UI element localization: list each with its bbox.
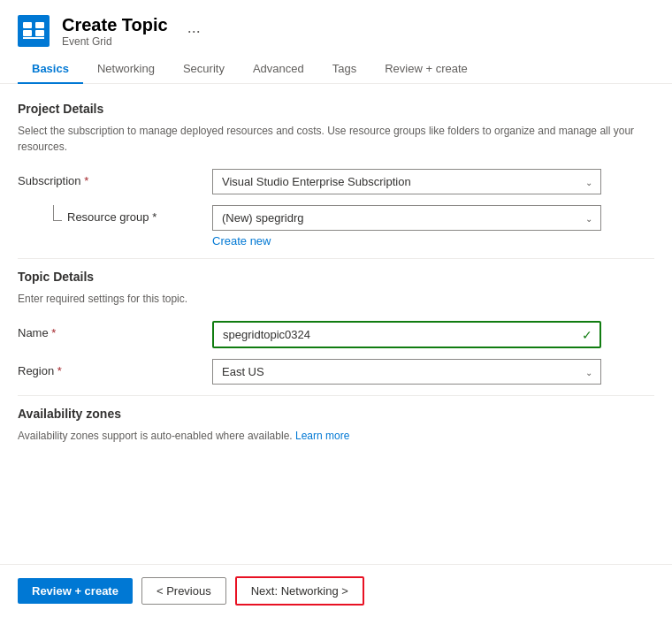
resource-group-chevron-icon: ⌄ xyxy=(585,213,592,223)
create-new-link[interactable]: Create new xyxy=(212,234,271,248)
tab-bar: Basics Networking Security Advanced Tags… xyxy=(0,55,672,84)
previous-button[interactable]: < Previous xyxy=(141,577,226,605)
svg-rect-3 xyxy=(35,22,44,28)
subscription-row: Subscription * Visual Studio Enterprise … xyxy=(18,169,654,194)
learn-more-link[interactable]: Learn more xyxy=(295,430,349,442)
subscription-field: Visual Studio Enterprise Subscription ⌄ xyxy=(212,169,654,194)
main-content: Project Details Select the subscription … xyxy=(0,84,672,533)
resource-group-indent: Resource group * xyxy=(18,205,212,224)
subscription-label: Subscription * xyxy=(18,169,212,187)
svg-rect-2 xyxy=(23,30,32,36)
subscription-dropdown-wrapper: Visual Studio Enterprise Subscription ⌄ xyxy=(212,169,601,194)
resource-group-select[interactable]: (New) spegridrg xyxy=(212,205,601,231)
page-subtitle: Event Grid xyxy=(62,35,168,48)
project-details-description: Select the subscription to manage deploy… xyxy=(18,123,654,155)
resource-group-dropdown-wrapper: (New) spegridrg ⌄ xyxy=(212,205,601,231)
page-header: Create Topic Event Grid ··· xyxy=(0,0,672,55)
region-label: Region * xyxy=(18,359,212,377)
tab-review-create[interactable]: Review + create xyxy=(370,55,482,84)
project-details-title: Project Details xyxy=(18,102,654,116)
section-divider-2 xyxy=(18,395,654,396)
topic-details-description: Enter required settings for this topic. xyxy=(18,291,654,307)
resource-group-row: Resource group * (New) spegridrg ⌄ Creat… xyxy=(18,205,654,248)
tab-advanced[interactable]: Advanced xyxy=(239,55,318,84)
name-field: ✓ xyxy=(212,321,654,348)
subscription-select[interactable]: Visual Studio Enterprise Subscription xyxy=(212,169,601,194)
topic-details-title: Topic Details xyxy=(18,270,654,284)
resource-group-field: (New) spegridrg ⌄ Create new xyxy=(212,205,654,248)
region-chevron-icon: ⌄ xyxy=(585,367,592,377)
region-dropdown-wrapper: East US ⌄ xyxy=(212,359,601,385)
review-create-button[interactable]: Review + create xyxy=(18,578,133,604)
name-input-wrapper: ✓ xyxy=(212,321,601,348)
name-input[interactable] xyxy=(212,321,601,348)
name-label: Name * xyxy=(18,321,212,339)
availability-title: Availability zones xyxy=(18,407,654,421)
tab-basics[interactable]: Basics xyxy=(18,55,83,84)
availability-description: Availability zones support is auto-enabl… xyxy=(18,428,654,444)
section-divider-1 xyxy=(18,258,654,259)
page-title: Create Topic xyxy=(62,14,168,35)
svg-rect-0 xyxy=(18,15,50,47)
footer: Review + create < Previous Next: Network… xyxy=(0,564,672,617)
resource-group-label: Resource group * xyxy=(67,205,157,224)
region-field: East US ⌄ xyxy=(212,359,654,385)
tab-security[interactable]: Security xyxy=(169,55,239,84)
region-select[interactable]: East US xyxy=(212,359,601,385)
next-networking-button[interactable]: Next: Networking > xyxy=(235,576,364,606)
header-text-group: Create Topic Event Grid xyxy=(62,14,168,48)
name-row: Name * ✓ xyxy=(18,321,654,348)
name-valid-icon: ✓ xyxy=(582,328,592,342)
svg-rect-4 xyxy=(35,30,44,36)
tab-tags[interactable]: Tags xyxy=(318,55,370,84)
region-row: Region * East US ⌄ xyxy=(18,359,654,385)
subscription-chevron-icon: ⌄ xyxy=(585,177,592,187)
tab-networking[interactable]: Networking xyxy=(83,55,169,84)
more-options-button[interactable]: ··· xyxy=(187,22,201,41)
event-grid-icon xyxy=(18,15,50,47)
svg-rect-1 xyxy=(23,22,32,28)
